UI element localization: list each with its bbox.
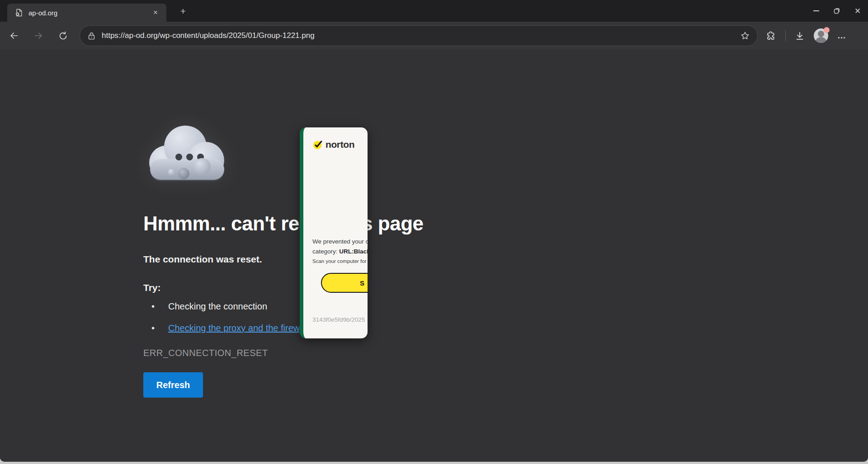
address-bar[interactable]: https://ap-od.org/wp-content/uploads/202… [80, 25, 758, 46]
bullet-icon: • [151, 301, 168, 312]
url-text[interactable]: https://ap-od.org/wp-content/uploads/202… [102, 31, 740, 40]
norton-scan-button[interactable]: S [321, 273, 368, 293]
suggestion-item: • Checking the connection [151, 301, 267, 312]
try-label: Try: [143, 282, 161, 293]
close-window-button[interactable]: ✕ [847, 0, 868, 22]
favorite-star-icon[interactable] [740, 31, 750, 41]
error-code: ERR_CONNECTION_RESET [143, 348, 268, 358]
norton-footer-id: 3143f0e5fd9b/2025 [312, 316, 365, 323]
toolbar-separator [785, 30, 786, 41]
suggestion-item: • Checking the proxy and the firewall [151, 323, 299, 333]
new-tab-button[interactable]: + [177, 5, 189, 17]
toolbar: https://ap-od.org/wp-content/uploads/202… [0, 22, 868, 50]
norton-logo: norton [312, 139, 354, 150]
lock-icon [87, 32, 96, 40]
bullet-icon: • [151, 323, 168, 333]
tab-title: ap-od.org [28, 9, 150, 17]
profile-avatar[interactable] [814, 28, 828, 43]
error-page: Hmmm... can't reach this page The connec… [0, 50, 868, 462]
proxy-firewall-link[interactable]: Checking the proxy and the firewall [168, 323, 299, 333]
downloads-icon[interactable] [795, 31, 805, 41]
avatar-notification-dot [824, 27, 830, 33]
minimize-button[interactable] [806, 0, 826, 22]
refresh-page-button[interactable] [55, 28, 71, 43]
norton-popup: norton We prevented your co category: UR… [300, 127, 368, 338]
toolbar-right-icons: … [766, 28, 847, 43]
browser-window: ap-od.org × + ✕ [0, 0, 868, 462]
back-button[interactable] [6, 28, 22, 43]
broken-page-favicon-icon [14, 8, 24, 17]
browser-tab[interactable]: ap-od.org × [7, 4, 166, 22]
extensions-icon[interactable] [766, 31, 776, 41]
norton-scan-note: Scan your computer for o [312, 258, 368, 264]
settings-menu-icon[interactable]: … [837, 31, 847, 41]
norton-warning-text: We prevented your co category: URL:Black… [312, 237, 368, 257]
tab-strip: ap-od.org × + ✕ [0, 0, 868, 22]
forward-button[interactable] [31, 28, 46, 43]
restore-button[interactable] [826, 0, 847, 22]
window-controls: ✕ [806, 0, 868, 22]
tab-close-icon[interactable]: × [150, 7, 161, 18]
page-title: Hmmm... can't reach this page [143, 212, 423, 235]
refresh-button[interactable]: Refresh [143, 372, 203, 398]
norton-brand-text: norton [326, 139, 354, 150]
error-message: The connection was reset. [143, 254, 262, 265]
cloud-error-illustration [149, 123, 231, 186]
